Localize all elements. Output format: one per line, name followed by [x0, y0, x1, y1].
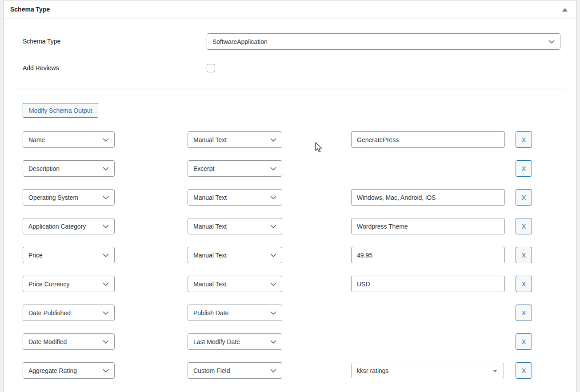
triangle-down-icon — [493, 370, 497, 372]
chevron-down-icon — [103, 369, 109, 373]
source-select[interactable]: Excerpt — [188, 160, 282, 177]
property-select[interactable]: Price — [23, 247, 115, 263]
metabox-header: Schema Type — [4, 0, 576, 19]
add-reviews-label: Add Reviews — [23, 60, 59, 76]
source-select-value: Publish Date — [193, 309, 228, 317]
property-select[interactable]: Date Modified — [23, 333, 115, 350]
source-select-value: Last Modify Date — [193, 338, 240, 345]
chevron-down-icon — [270, 340, 276, 344]
property-select[interactable]: Aggregate Rating — [23, 362, 115, 379]
chevron-down-icon — [270, 225, 276, 229]
source-select-value: Manual Text — [193, 281, 227, 288]
source-select[interactable]: Custom Field — [188, 362, 282, 379]
source-select[interactable]: Manual Text — [188, 276, 282, 292]
schema-rows: Name Manual Text X Description Excerpt — [4, 131, 576, 391]
value-input[interactable] — [351, 247, 505, 263]
add-reviews-checkbox[interactable] — [207, 64, 215, 72]
property-select-value: Aggregate Rating — [28, 367, 77, 374]
source-select-value: Manual Text — [193, 223, 227, 230]
property-select-value: Name — [28, 136, 45, 143]
property-select[interactable]: Application Category — [23, 218, 115, 234]
property-select[interactable]: Price Currency — [23, 276, 115, 292]
chevron-down-icon — [103, 340, 109, 344]
schema-property-row: Application Category Manual Text X — [4, 218, 576, 234]
schema-type-label: Schema Type — [23, 33, 60, 50]
section-divider — [13, 88, 568, 88]
schema-property-row: Date Published Publish Date X — [4, 305, 576, 321]
property-select[interactable]: Operating System — [23, 189, 115, 206]
property-select-value: Operating System — [28, 194, 78, 201]
chevron-down-icon — [548, 40, 555, 44]
chevron-down-icon — [270, 282, 276, 286]
schema-property-row: Price Manual Text X — [4, 247, 576, 263]
property-select-value: Date Modified — [28, 338, 67, 345]
metabox-title: Schema Type — [10, 0, 50, 19]
value-input[interactable] — [351, 276, 505, 292]
chevron-down-icon — [103, 282, 109, 286]
chevron-down-icon — [103, 311, 109, 315]
chevron-down-icon — [103, 253, 109, 257]
remove-row-button[interactable]: X — [516, 305, 532, 321]
property-select[interactable]: Description — [23, 160, 115, 177]
source-select-value: Manual Text — [193, 252, 227, 259]
schema-property-row: Name Manual Text X — [4, 131, 576, 148]
chevron-down-icon — [103, 167, 109, 171]
triangle-up-icon — [562, 8, 568, 12]
modify-schema-output-button[interactable]: Modify Schema Output — [23, 103, 98, 118]
remove-row-button[interactable]: X — [516, 333, 532, 350]
source-select-value: Custom Field — [193, 367, 230, 374]
property-select-value: Application Category — [28, 223, 86, 230]
schema-type-select-value: SoftwareApplication — [212, 38, 268, 45]
custom-field-select-value: kksr ratings — [357, 367, 389, 374]
property-select-value: Description — [28, 165, 60, 172]
source-select[interactable]: Last Modify Date — [188, 333, 282, 350]
schema-property-row: Price Currency Manual Text X — [4, 276, 576, 292]
schema-property-row: Aggregate Rating Custom Field kksr ratin… — [4, 362, 576, 379]
property-select[interactable]: Name — [23, 131, 115, 148]
source-select-value: Manual Text — [193, 194, 227, 201]
source-select[interactable]: Manual Text — [188, 189, 282, 206]
remove-row-button[interactable]: X — [516, 247, 532, 263]
chevron-down-icon — [103, 196, 109, 200]
property-select-value: Price Currency — [28, 281, 70, 288]
schema-property-row: Operating System Manual Text X — [4, 189, 576, 206]
value-input[interactable] — [351, 218, 505, 234]
source-select[interactable]: Manual Text — [188, 247, 282, 263]
chevron-down-icon — [270, 167, 276, 171]
remove-row-button[interactable]: X — [516, 362, 532, 379]
source-select[interactable]: Publish Date — [188, 305, 282, 321]
property-select[interactable]: Date Published — [23, 305, 115, 321]
source-select-value: Manual Text — [193, 136, 227, 143]
chevron-down-icon — [103, 225, 109, 229]
chevron-down-icon — [270, 369, 276, 373]
property-select-value: Price — [28, 252, 43, 259]
custom-field-select[interactable]: kksr ratings — [351, 363, 504, 378]
chevron-down-icon — [103, 138, 109, 142]
value-input[interactable] — [351, 189, 505, 206]
schema-type-select[interactable]: SoftwareApplication — [207, 33, 560, 50]
remove-row-button[interactable]: X — [516, 276, 532, 292]
schema-property-row: Description Excerpt X — [4, 160, 576, 177]
remove-row-button[interactable]: X — [516, 189, 532, 206]
chevron-down-icon — [270, 196, 276, 200]
property-select-value: Date Published — [28, 309, 71, 317]
chevron-down-icon — [270, 138, 276, 142]
remove-row-button[interactable]: X — [516, 160, 532, 177]
schema-type-metabox: Schema Type Schema Type SoftwareApplicat… — [4, 0, 576, 392]
remove-row-button[interactable]: X — [516, 131, 532, 148]
source-select[interactable]: Manual Text — [188, 131, 282, 148]
chevron-down-icon — [270, 311, 276, 315]
remove-row-button[interactable]: X — [516, 218, 532, 234]
value-input[interactable] — [351, 131, 505, 148]
source-select[interactable]: Manual Text — [188, 218, 282, 234]
chevron-down-icon — [270, 253, 276, 257]
collapse-toggle-button[interactable] — [558, 3, 572, 16]
schema-property-row: Date Modified Last Modify Date X — [4, 333, 576, 350]
source-select-value: Excerpt — [193, 165, 214, 172]
